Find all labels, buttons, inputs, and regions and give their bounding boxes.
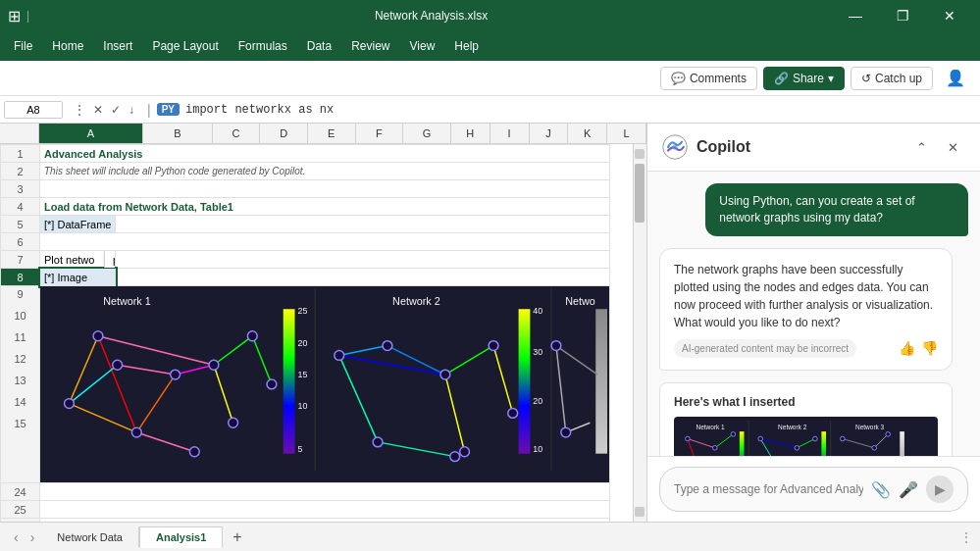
cell-a1[interactable]: Advanced Analysis — [40, 145, 610, 163]
svg-text:Network 1: Network 1 — [103, 295, 151, 307]
menu-file[interactable]: File — [4, 35, 42, 57]
cell-b8[interactable] — [116, 269, 610, 286]
col-header-l[interactable]: L — [607, 124, 646, 143]
svg-text:5: 5 — [297, 444, 302, 454]
row-num-4: 4 — [1, 198, 40, 216]
svg-line-76 — [797, 439, 815, 448]
cell-a7[interactable]: Plot netwo phs using nodes and edges dat… — [40, 251, 116, 269]
share-button[interactable]: 🔗 Share ▾ — [763, 67, 845, 90]
menu-review[interactable]: Review — [341, 35, 399, 57]
cell-a4[interactable]: Load data from Network Data, Table1 — [40, 198, 610, 216]
vertical-scrollbar[interactable] — [633, 144, 646, 522]
menu-page-layout[interactable]: Page Layout — [142, 35, 228, 57]
copilot-message-input[interactable] — [674, 482, 863, 496]
tab-nav-right[interactable]: › — [25, 529, 41, 545]
minimize-button[interactable]: — — [833, 0, 878, 31]
user-message: Using Python, can you create a set of ne… — [705, 183, 968, 236]
close-button[interactable]: ✕ — [927, 0, 972, 31]
cell-a2[interactable]: This sheet will include all Python code … — [40, 163, 610, 180]
cell-a8[interactable]: [*] Image — [40, 269, 116, 286]
formula-expand-icon[interactable]: ↓ — [126, 101, 137, 119]
svg-point-25 — [189, 447, 199, 457]
col-header-k[interactable]: K — [568, 124, 607, 143]
table-row: 24 — [1, 483, 610, 501]
cell-a3[interactable] — [40, 180, 610, 198]
menu-insert[interactable]: Insert — [93, 35, 142, 57]
formula-confirm-icon[interactable]: ✓ — [108, 101, 124, 119]
row-num-6: 6 — [1, 233, 40, 251]
col-header-b[interactable]: B — [143, 124, 213, 143]
col-header-d[interactable]: D — [260, 124, 308, 143]
col-header-a[interactable]: A — [39, 124, 143, 143]
svg-text:30: 30 — [533, 347, 542, 357]
cell-a6[interactable] — [40, 233, 610, 251]
col-header-f[interactable]: F — [356, 124, 404, 143]
microphone-icon[interactable]: 🎤 — [899, 480, 918, 499]
menu-data[interactable]: Data — [297, 35, 341, 57]
row-num-header-corner — [0, 124, 39, 143]
catchup-button[interactable]: ↺ Catch up — [851, 67, 933, 90]
cell-b5[interactable] — [116, 216, 610, 233]
copilot-logo — [661, 133, 689, 161]
share-icon: 🔗 — [774, 72, 789, 85]
cell-reference-input[interactable] — [4, 101, 63, 119]
grid-container: 1 Advanced Analysis 2 This sheet will in… — [0, 144, 646, 522]
title-bar: ⊞ | Network Analysis.xlsx — ❐ ✕ — [0, 0, 980, 31]
grid[interactable]: 1 Advanced Analysis 2 This sheet will in… — [0, 144, 633, 522]
restore-button[interactable]: ❐ — [880, 0, 925, 31]
svg-line-11 — [214, 365, 233, 423]
copilot-collapse-button[interactable]: ⌃ — [907, 133, 935, 161]
app-icon: ⊞ | — [8, 7, 29, 25]
sheet-tab-network-data[interactable]: Network Data — [40, 526, 139, 547]
row-num-1: 1 — [1, 145, 40, 163]
svg-line-84 — [843, 439, 874, 448]
table-row: 26 — [1, 519, 610, 523]
menu-help[interactable]: Help — [444, 35, 489, 57]
tab-options-button[interactable]: ⋮ — [960, 530, 972, 544]
col-header-g[interactable]: G — [403, 124, 451, 143]
thumbs-down-button[interactable]: 👎 — [921, 340, 938, 356]
send-button[interactable]: ▶ — [926, 476, 954, 503]
col-header-c[interactable]: C — [213, 124, 261, 143]
row-num-8: 8 — [1, 269, 40, 286]
col-header-i[interactable]: I — [490, 124, 530, 143]
svg-text:40: 40 — [533, 306, 542, 316]
svg-line-18 — [118, 365, 176, 375]
svg-point-49 — [383, 341, 392, 351]
input-action-icons: 📎 🎤 ▶ — [871, 476, 954, 503]
sheet-tabs: ‹ › Network Data Analysis1 + ⋮ — [0, 522, 980, 551]
formula-separator: | — [145, 102, 153, 118]
copilot-panel: Copilot ⌃ ✕ Using Python, can you create… — [646, 124, 980, 522]
row-num-2: 2 — [1, 163, 40, 180]
network-graph-cell: Network 1 — [40, 286, 610, 483]
svg-line-15 — [176, 365, 214, 375]
copilot-close-button[interactable]: ✕ — [939, 133, 966, 161]
svg-point-69 — [686, 436, 691, 441]
col-header-e[interactable]: E — [308, 124, 356, 143]
col-header-j[interactable]: J — [530, 124, 569, 143]
svg-line-12 — [136, 432, 194, 452]
menu-formulas[interactable]: Formulas — [229, 35, 297, 57]
inserted-content-title: Here's what I inserted — [674, 395, 938, 409]
svg-rect-74 — [821, 431, 826, 456]
svg-point-78 — [758, 436, 763, 441]
menu-home[interactable]: Home — [42, 35, 93, 57]
thumbs-up-button[interactable]: 👍 — [899, 340, 915, 356]
svg-point-45 — [440, 370, 450, 379]
svg-text:Netwo: Netwo — [565, 295, 595, 307]
sheet-tab-analysis1[interactable]: Analysis1 — [139, 526, 223, 548]
formula-cancel-icon[interactable]: ✕ — [90, 101, 106, 119]
comments-button[interactable]: 💬 Comments — [660, 67, 757, 90]
svg-point-79 — [795, 446, 799, 451]
col-header-h[interactable]: H — [451, 124, 490, 143]
spreadsheet-table: 1 Advanced Analysis 2 This sheet will in… — [0, 144, 610, 522]
copilot-input-area: 📎 🎤 ▶ — [647, 456, 980, 522]
profile-button[interactable]: 👤 — [939, 64, 972, 92]
cell-a5[interactable]: [*] DataFrame — [40, 216, 116, 233]
menu-view[interactable]: View — [400, 35, 445, 57]
formula-more-icon[interactable]: ⋮ — [71, 101, 88, 119]
attach-icon[interactable]: 📎 — [871, 480, 891, 499]
cell-b7[interactable] — [116, 251, 610, 269]
tab-nav-left[interactable]: ‹ — [8, 529, 25, 545]
add-sheet-button[interactable]: + — [223, 525, 251, 550]
